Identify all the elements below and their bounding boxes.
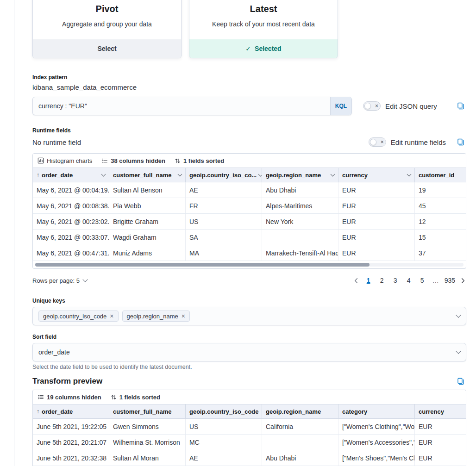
fields-sorted-label: 1 fields sorted <box>119 394 160 401</box>
pivot-select-button[interactable]: Select <box>33 39 181 58</box>
source-preview-grid: Histogram charts 38 columns hidden 1 fie… <box>32 153 466 269</box>
table-cell: FR <box>186 198 262 213</box>
edit-runtime-fields-toggle[interactable]: × <box>369 137 386 147</box>
pivot-select-label: Select <box>97 45 116 52</box>
table-cell: Wagdi Graham <box>109 230 186 245</box>
unique-key-pill-label: geoip.country_iso_code <box>43 313 106 320</box>
toggle-off-icon: × <box>375 103 378 109</box>
table-cell: Muniz Adams <box>109 245 186 261</box>
edit-runtime-fields-label: Edit runtime fields <box>391 138 446 146</box>
table-cell: ["Women's Clothing","Wo... <box>338 419 415 434</box>
index-pattern-label: Index pattern <box>32 74 466 81</box>
unique-key-pill[interactable]: geoip.region_name × <box>122 311 190 322</box>
column-label: currency <box>419 408 444 415</box>
copy-query-icon[interactable] <box>457 102 464 110</box>
chevron-down-icon[interactable] <box>456 312 461 317</box>
chevron-down-icon[interactable] <box>258 172 262 176</box>
kql-language-button[interactable]: KQL <box>330 97 351 115</box>
latest-selected-button[interactable]: ✓ Selected <box>189 39 338 58</box>
histogram-icon <box>38 157 44 164</box>
column-header-order-date[interactable]: ↑ order_date <box>33 404 109 418</box>
transform-function-cards: Pivot Aggregate and group your data Sele… <box>32 0 466 58</box>
table-cell: 45 <box>415 198 466 213</box>
kql-search-input[interactable]: currency : "EUR" KQL <box>32 97 352 115</box>
pivot-card-description: Aggregate and group your data <box>40 20 174 28</box>
horizontal-scrollbar-thumb[interactable] <box>35 263 370 267</box>
remove-key-icon[interactable]: × <box>110 313 113 319</box>
copy-runtime-icon[interactable] <box>457 138 464 146</box>
columns-icon <box>101 157 108 164</box>
table-row: June 5th 2021, 20:32:38 Sultan Al Moran … <box>33 450 466 466</box>
check-icon: ✓ <box>245 45 251 52</box>
table-cell: Marrakech-Tensift-Al Hao... <box>262 245 338 261</box>
histogram-charts-label: Histogram charts <box>47 157 92 164</box>
remove-key-icon[interactable]: × <box>182 313 185 319</box>
page-935-button[interactable]: 935 <box>445 277 455 284</box>
sort-field-help-text: Select the date field to be used to iden… <box>32 364 466 370</box>
column-header-geoip-region-name[interactable]: geoip.region_name <box>262 404 338 418</box>
table-cell: EUR <box>338 182 415 198</box>
chevron-down-icon[interactable] <box>407 172 412 176</box>
pivot-card[interactable]: Pivot Aggregate and group your data Sele… <box>32 0 182 58</box>
page-4-button[interactable]: 4 <box>404 277 413 284</box>
histogram-charts-button[interactable]: Histogram charts <box>38 157 92 164</box>
fields-sorted-label: 1 fields sorted <box>183 157 224 164</box>
table-cell: 15 <box>415 230 466 245</box>
latest-card[interactable]: Latest Keep track of your most recent da… <box>189 0 338 58</box>
next-page-button[interactable] <box>459 277 466 284</box>
table-cell: Abu Dhabi <box>262 182 338 198</box>
fields-sorted-button[interactable]: 1 fields sorted <box>111 394 160 401</box>
table-cell: June 5th 2021, 19:22:05 <box>33 419 109 434</box>
copy-preview-icon[interactable] <box>457 378 464 385</box>
column-header-geoip-country-iso-code[interactable]: geoip.country_iso_co... <box>186 168 262 182</box>
page-1-button[interactable]: 1 <box>364 277 373 284</box>
edit-json-query-toggle-group: × Edit JSON query <box>363 101 437 111</box>
table-cell: ["Women's Accessories","... <box>338 435 415 450</box>
column-header-order-date[interactable]: ↑ order_date <box>33 168 109 182</box>
table-row: May 6, 2021 @ 00:23:02... Brigitte Graha… <box>33 214 466 230</box>
unique-key-pill[interactable]: geoip.country_iso_code × <box>38 311 119 322</box>
page-5-button[interactable]: 5 <box>418 277 427 284</box>
table-cell: Pia Webb <box>109 198 186 213</box>
page-3-button[interactable]: 3 <box>391 277 400 284</box>
sort-field-select[interactable]: order_date <box>32 343 466 361</box>
table-cell: Brigitte Graham <box>109 214 186 229</box>
edit-json-query-toggle[interactable]: × <box>363 101 381 111</box>
fields-sorted-button[interactable]: 1 fields sorted <box>175 157 224 164</box>
unique-keys-combobox[interactable]: geoip.country_iso_code × geoip.region_na… <box>32 307 466 325</box>
chevron-down-icon[interactable] <box>178 172 182 176</box>
column-header-geoip-region-name[interactable]: geoip.region_name <box>262 168 338 182</box>
columns-hidden-button[interactable]: 38 columns hidden <box>101 157 165 164</box>
page-2-button[interactable]: 2 <box>377 277 387 284</box>
column-label: order_date <box>42 408 73 415</box>
columns-hidden-button[interactable]: 19 columns hidden <box>38 394 101 401</box>
previous-page-button[interactable] <box>353 277 360 284</box>
rows-per-page-button[interactable]: Rows per page: 5 <box>32 277 87 284</box>
column-header-customer-id[interactable]: customer_id <box>415 168 466 182</box>
toggle-thumb <box>364 103 371 109</box>
column-header-customer-full-name[interactable]: customer_full_name <box>109 168 186 182</box>
query-text[interactable]: currency : "EUR" <box>33 97 330 115</box>
chevron-down-icon[interactable] <box>331 172 335 176</box>
chevron-down-icon[interactable] <box>456 348 461 354</box>
table-cell: May 6, 2021 @ 00:23:02... <box>33 214 109 229</box>
preview-grid-toolbar: 19 columns hidden 1 fields sorted <box>33 390 466 404</box>
chevron-down-icon[interactable] <box>101 172 106 176</box>
runtime-fields-label: Runtime fields <box>32 127 466 134</box>
runtime-fields-value: No runtime field <box>32 138 81 146</box>
pager: 1 2 3 4 5 … 935 <box>353 277 466 284</box>
column-header-customer-full-name[interactable]: customer_full_name <box>109 404 186 418</box>
runtime-fields-row: No runtime field × Edit runtime fields <box>32 137 466 148</box>
column-label: customer_full_name <box>113 408 171 415</box>
column-header-currency[interactable]: currency <box>338 168 415 182</box>
column-header-geoip-country-iso-code[interactable]: geoip.country_iso_code <box>186 404 262 418</box>
table-cell: May 6, 2021 @ 00:47:31... <box>33 245 109 261</box>
latest-selected-label: Selected <box>255 45 282 52</box>
sort-icon <box>175 158 181 164</box>
column-header-currency[interactable]: currency <box>415 404 466 418</box>
table-cell: EUR <box>338 230 415 245</box>
column-header-category[interactable]: category <box>338 404 415 418</box>
table-cell: AE <box>186 450 262 466</box>
table-cell: US <box>186 214 262 229</box>
preview-grid-header: ↑ order_date customer_full_name geoip.co… <box>33 404 466 419</box>
